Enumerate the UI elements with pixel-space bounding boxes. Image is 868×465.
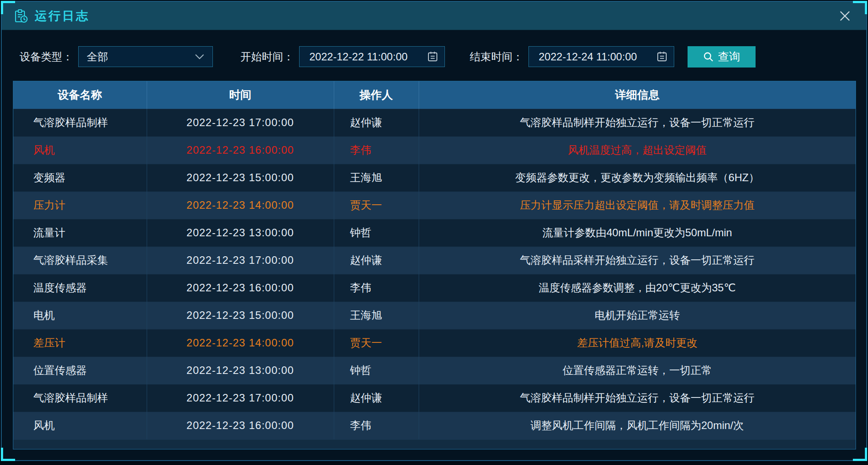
start-time-input[interactable] xyxy=(299,46,445,67)
cell-time: 2022-12-23 16:00:00 xyxy=(147,274,334,302)
cell-time: 2022-12-23 15:00:00 xyxy=(147,302,334,329)
cell-operator: 赵仲谦 xyxy=(334,109,419,136)
cell-operator: 王海旭 xyxy=(334,302,419,329)
cell-device-name: 气溶胶样品制样 xyxy=(13,384,147,412)
cell-operator: 钟哲 xyxy=(334,357,419,384)
table-row: 差压计 2022-12-23 14:00:00 贾天一 差压计值过高,请及时更改 xyxy=(13,329,856,357)
cell-operator: 王海旭 xyxy=(334,164,419,191)
table-row: 风机 2022-12-23 16:00:00 李伟 风机温度过高，超出设定阈值 xyxy=(13,136,856,164)
table-row: 风机 2022-12-23 16:00:00 李伟 调整风机工作间隔，风机工作间… xyxy=(13,412,856,439)
cell-device-name: 风机 xyxy=(13,136,147,164)
calendar-icon[interactable] xyxy=(656,51,668,63)
log-table: 设备名称 时间 操作人 详细信息 气溶胶样品制样 2022-12-23 17:0… xyxy=(13,81,856,449)
cell-time: 2022-12-23 16:00:00 xyxy=(147,412,334,439)
cell-time: 2022-12-23 14:00:00 xyxy=(147,191,334,219)
cell-time: 2022-12-23 15:00:00 xyxy=(147,164,334,191)
device-type-value: 全部 xyxy=(87,50,195,64)
cell-time: 2022-12-23 13:00:00 xyxy=(147,357,334,384)
cell-device-name: 气溶胶样品制样 xyxy=(13,109,147,136)
cell-time: 2022-12-23 17:00:00 xyxy=(147,246,334,274)
table-row: 气溶胶样品制样 2022-12-23 17:00:00 赵仲谦 气溶胶样品制样开… xyxy=(13,384,856,412)
cell-operator: 钟哲 xyxy=(334,219,419,246)
cell-device-name: 变频器 xyxy=(13,164,147,191)
cell-detail: 风机温度过高，超出设定阈值 xyxy=(419,136,856,164)
query-button[interactable]: 查询 xyxy=(688,46,756,68)
page-title: 运行日志 xyxy=(35,8,90,24)
cell-detail: 位置传感器正常运转，一切正常 xyxy=(419,357,856,384)
cell-operator: 李伟 xyxy=(334,412,419,439)
search-icon xyxy=(703,52,714,62)
column-header-detail: 详细信息 xyxy=(419,81,856,109)
cell-device-name: 气溶胶样品采集 xyxy=(13,246,147,274)
corner-bracket-top-right xyxy=(853,1,867,14)
device-type-select[interactable]: 全部 xyxy=(78,46,213,67)
end-time-input[interactable] xyxy=(528,46,674,67)
device-type-label: 设备类型： xyxy=(20,50,73,64)
cell-time: 2022-12-23 14:00:00 xyxy=(147,329,334,357)
chevron-down-icon xyxy=(195,54,204,60)
title-bar: 运行日志 xyxy=(2,2,866,30)
query-button-label: 查询 xyxy=(718,49,740,64)
cell-detail: 电机开始正常运转 xyxy=(419,302,856,329)
cell-detail: 差压计值过高,请及时更改 xyxy=(419,329,856,357)
start-time-field xyxy=(299,46,445,67)
table-row: 变频器 2022-12-23 15:00:00 王海旭 变频器参数更改，更改参数… xyxy=(13,164,856,191)
cell-detail: 流量计参数由40mL/min更改为50mL/min xyxy=(419,219,856,246)
table-row: 电机 2022-12-23 15:00:00 王海旭 电机开始正常运转 xyxy=(13,302,856,329)
cell-device-name: 位置传感器 xyxy=(13,357,147,384)
cell-detail: 气溶胶样品制样开始独立运行，设备一切正常运行 xyxy=(419,109,856,136)
close-icon xyxy=(838,9,852,23)
corner-bracket-top-left xyxy=(1,1,15,14)
table-row: 气溶胶样品制样 2022-12-23 17:00:00 赵仲谦 气溶胶样品制样开… xyxy=(13,109,856,136)
filter-bar: 设备类型： 全部 开始时间： 结束时间： xyxy=(20,46,866,67)
cell-operator: 贾天一 xyxy=(334,191,419,219)
cell-operator: 李伟 xyxy=(334,136,419,164)
end-time-label: 结束时间： xyxy=(470,50,523,64)
cell-time: 2022-12-23 17:00:00 xyxy=(147,384,334,412)
close-button[interactable] xyxy=(835,6,855,26)
cell-detail: 压力计显示压力超出设定阈值，请及时调整压力值 xyxy=(419,191,856,219)
corner-bracket-bottom-left xyxy=(1,448,15,461)
cell-device-name: 流量计 xyxy=(13,219,147,246)
cell-operator: 李伟 xyxy=(334,274,419,302)
column-header-time: 时间 xyxy=(147,81,334,109)
cell-operator: 赵仲谦 xyxy=(334,384,419,412)
cell-device-name: 风机 xyxy=(13,412,147,439)
log-clipboard-icon xyxy=(13,8,28,24)
empty-partial-row xyxy=(13,439,856,449)
calendar-icon[interactable] xyxy=(427,51,439,63)
cell-detail: 变频器参数更改，更改参数为变频输出频率（6HZ） xyxy=(419,164,856,191)
cell-detail: 气溶胶样品制样开始独立运行，设备一切正常运行 xyxy=(419,384,856,412)
log-table-body: 气溶胶样品制样 2022-12-23 17:00:00 赵仲谦 气溶胶样品制样开… xyxy=(13,109,856,439)
corner-bracket-bottom-right xyxy=(853,448,867,461)
table-row: 气溶胶样品采集 2022-12-23 17:00:00 赵仲谦 气溶胶样品采样开… xyxy=(13,246,856,274)
cell-time: 2022-12-23 16:00:00 xyxy=(147,136,334,164)
table-row: 位置传感器 2022-12-23 13:00:00 钟哲 位置传感器正常运转，一… xyxy=(13,357,856,384)
cell-operator: 赵仲谦 xyxy=(334,246,419,274)
cell-operator: 贾天一 xyxy=(334,329,419,357)
cell-time: 2022-12-23 13:00:00 xyxy=(147,219,334,246)
cell-device-name: 压力计 xyxy=(13,191,147,219)
column-header-device: 设备名称 xyxy=(13,81,147,109)
column-header-operator: 操作人 xyxy=(334,81,419,109)
table-row: 流量计 2022-12-23 13:00:00 钟哲 流量计参数由40mL/mi… xyxy=(13,219,856,246)
cell-device-name: 温度传感器 xyxy=(13,274,147,302)
run-log-dialog: 运行日志 设备类型： 全部 开始时间： xyxy=(1,1,867,461)
cell-detail: 温度传感器参数调整，由20℃更改为35℃ xyxy=(419,274,856,302)
cell-detail: 调整风机工作间隔，风机工作间隔为20min/次 xyxy=(419,412,856,439)
start-time-label: 开始时间： xyxy=(240,50,294,64)
cell-device-name: 电机 xyxy=(13,302,147,329)
cell-detail: 气溶胶样品采样开始独立运行，设备一切正常运行 xyxy=(419,246,856,274)
end-time-field xyxy=(528,46,674,67)
cell-device-name: 差压计 xyxy=(13,329,147,357)
table-row: 压力计 2022-12-23 14:00:00 贾天一 压力计显示压力超出设定阈… xyxy=(13,191,856,219)
cell-time: 2022-12-23 17:00:00 xyxy=(147,109,334,136)
table-row: 温度传感器 2022-12-23 16:00:00 李伟 温度传感器参数调整，由… xyxy=(13,274,856,302)
log-table-header: 设备名称 时间 操作人 详细信息 xyxy=(13,81,856,109)
